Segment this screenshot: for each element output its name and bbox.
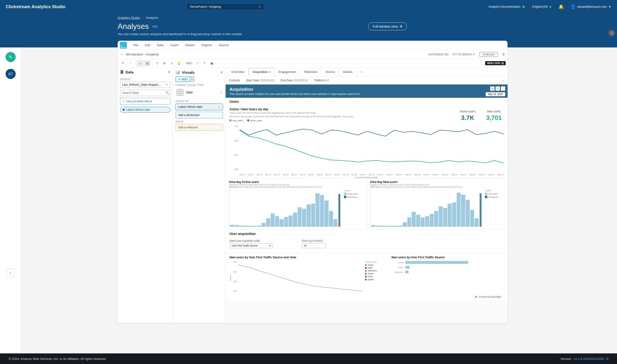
sheet-tab-device[interactable]: Device <box>322 68 339 76</box>
xaxis-label: Event timestamp (Day) <box>356 176 378 179</box>
copyright: © 2024, Amazon Web Services, Inc. or its… <box>9 357 106 361</box>
traffic-left-title: New users by User First Traffic Source o… <box>230 256 387 259</box>
end-date-label: End Date <box>281 79 293 82</box>
traffic-select[interactable]: User First Traffic Source ▾ <box>230 243 273 248</box>
refresh-date-badge: May 15, 2024 <box>486 92 505 96</box>
calculated-field-button[interactable]: ＋ CALCULATED FIELD <box>120 98 170 104</box>
menu-insert[interactable]: Insert <box>167 42 181 48</box>
widget-filter-icon[interactable]: ⚙ <box>490 86 494 91</box>
widget-menu-icon[interactable]: ⋮ <box>501 86 505 91</box>
add-sheet-icon[interactable]: ＋ <box>357 68 365 76</box>
traffic-legend-title: Traffic source <box>365 261 387 263</box>
menu-search[interactable]: Search <box>216 42 232 48</box>
publish-button[interactable]: PUBLISH <box>480 52 498 57</box>
change-visual-label: CHANGE VISUAL TYPE <box>176 84 223 86</box>
sheet-tab-retention[interactable]: Retention <box>300 68 322 76</box>
notifications-icon[interactable]: 🔔 <box>558 4 564 9</box>
documentation-link[interactable]: Analytics Documentation ⧉ <box>489 5 526 9</box>
sheet-tab-details[interactable]: Details <box>339 68 357 76</box>
platform-value[interactable]: All <box>326 79 329 82</box>
add-image-icon[interactable]: ▣ <box>208 60 215 66</box>
ellipsis-icon: ⋯ <box>165 83 168 86</box>
redo-icon[interactable]: ↷ <box>127 60 134 66</box>
menu-edit[interactable]: Edit <box>142 42 153 48</box>
undo-icon[interactable]: ↶ <box>120 60 126 66</box>
external-link-icon: ⧉ <box>606 357 608 361</box>
intra-new-note-b: Note that <box>371 186 379 188</box>
breadcrumb-root[interactable]: Analytics Studio <box>118 16 140 20</box>
add-dimension[interactable]: Add a dimension <box>176 112 223 118</box>
visual-type-label: Table <box>186 91 193 94</box>
sheet-tab-engagement[interactable]: Engagement <box>274 68 300 76</box>
start-date-value[interactable]: 2024/04/15 <box>260 79 274 82</box>
add-visual-button[interactable]: ＋ ADD <box>176 76 190 82</box>
parameters-icon[interactable]: ⚙ <box>161 60 168 66</box>
rail-tags[interactable]: 🏷 <box>6 69 16 79</box>
add-line-icon[interactable]: 〰 <box>194 60 201 66</box>
rail-analyses[interactable]: ✎ <box>6 52 16 62</box>
data-panel: 🗄 Data ✕ Dataset Last_Refresh_Date-shopp… <box>118 68 173 323</box>
insight-icon[interactable]: 💡 <box>176 60 182 66</box>
dataset-select[interactable]: Last_Refresh_Date-shoppin... ⋯ <box>120 82 170 88</box>
widget-maximize-icon[interactable]: ⤢ <box>495 86 500 91</box>
legend-title: Legend <box>485 189 504 192</box>
full-window-button[interactable]: Full window view ⧉ <box>368 22 407 30</box>
user-menu[interactable]: 👤 xiaoweii@amazon.com ▼ <box>571 4 611 9</box>
version-link[interactable]: v1.1.6-202405141553 <box>574 357 604 361</box>
controls-row: Controls Start Date 2024/04/15 End Date … <box>226 76 507 84</box>
qs-breadcrumb-row: ☆ demoproject - shopping AUTOSAVE ON FIT… <box>118 50 507 59</box>
add-measure[interactable]: Add a measure <box>176 124 223 131</box>
traffic-select-label: Select user acquisition traffic <box>230 240 273 242</box>
visual-type-select[interactable]: Table › <box>176 87 223 98</box>
intra-day-row: Intra-day Active users Display the numbe… <box>226 178 507 229</box>
share-icon[interactable]: ⚲ <box>502 52 505 56</box>
close-icon[interactable]: ✕ <box>168 70 170 74</box>
active-new-line-chart: 400300200100 Apr-15Apr-16Apr-17Apr-18Apr… <box>230 125 504 176</box>
rail-expand[interactable]: › <box>6 269 15 277</box>
user-icon: 👤 <box>571 4 576 9</box>
actions-icon[interactable]: ⎋ <box>168 60 175 66</box>
date-field-icon <box>123 109 125 111</box>
user-acq-title: User acquisition <box>230 232 504 237</box>
autosave-toggle[interactable]: AUTOSAVE ON <box>428 53 449 56</box>
menu-objects[interactable]: Objects <box>199 42 215 48</box>
users-section-title: Users <box>226 98 507 105</box>
documentation-label: Analytics Documentation <box>489 5 520 8</box>
ellipsis-icon: ⋮ <box>217 105 220 109</box>
search-icon[interactable]: 🔍 <box>165 91 169 94</box>
field-pill[interactable]: Latest refresh date <box>120 107 170 113</box>
user-email: xiaoweii@amazon.com <box>577 5 607 8</box>
filter-icon[interactable]: ▽ <box>154 60 161 66</box>
group-by-field[interactable]: Latest refresh date ⋮ <box>176 104 223 110</box>
help-icon[interactable]: ⓘ <box>608 30 615 37</box>
fit-to-width[interactable]: FIT TO WIDTH ▼ <box>453 53 475 56</box>
chart-tool-icon[interactable]: ▥ <box>144 60 151 66</box>
star-icon[interactable]: ☆ <box>121 52 123 56</box>
menu-data[interactable]: Data <box>154 42 166 48</box>
language-selector[interactable]: English(US) ▼ <box>532 5 552 8</box>
caret-down-icon: ▾ <box>269 244 271 247</box>
caret-down-icon: ▼ <box>549 6 552 8</box>
menu-sheets[interactable]: Sheets <box>182 42 197 48</box>
active-users-label: Active users <box>460 110 476 113</box>
chevron-down-icon[interactable]: ⌄ <box>502 79 504 82</box>
topn-input[interactable]: 10 <box>302 243 326 248</box>
field-name: Latest refresh date <box>126 108 150 111</box>
qs-analysis-name: demoproject - shopping <box>126 52 159 56</box>
info-link[interactable]: Info <box>152 25 158 28</box>
new-users-metric: New users 3,701 <box>486 110 502 122</box>
close-icon[interactable]: ✕ <box>220 71 223 74</box>
field-search-input[interactable] <box>120 90 170 96</box>
sheet-tab-acquisition[interactable]: Acquisition▾ <box>248 68 274 76</box>
controls-label: Controls <box>229 79 240 82</box>
sheet-tab-overview[interactable]: Overview <box>228 68 248 76</box>
project-selector[interactable]: DemoProject / shopping ▼ <box>187 3 264 10</box>
add-text-icon[interactable]: T <box>201 60 208 66</box>
visuals-panel-title: Visuals <box>182 70 194 74</box>
database-icon: 🗄 <box>120 70 124 74</box>
add-visual-dropdown[interactable]: ▾ <box>190 77 194 81</box>
new-look-toggle[interactable]: NEW LOOK ⏻ <box>485 61 506 65</box>
end-date-value[interactable]: 2024/05/14 <box>294 79 308 82</box>
menu-file[interactable]: File <box>130 42 141 48</box>
select-tool-icon[interactable]: ▭ <box>137 60 143 66</box>
